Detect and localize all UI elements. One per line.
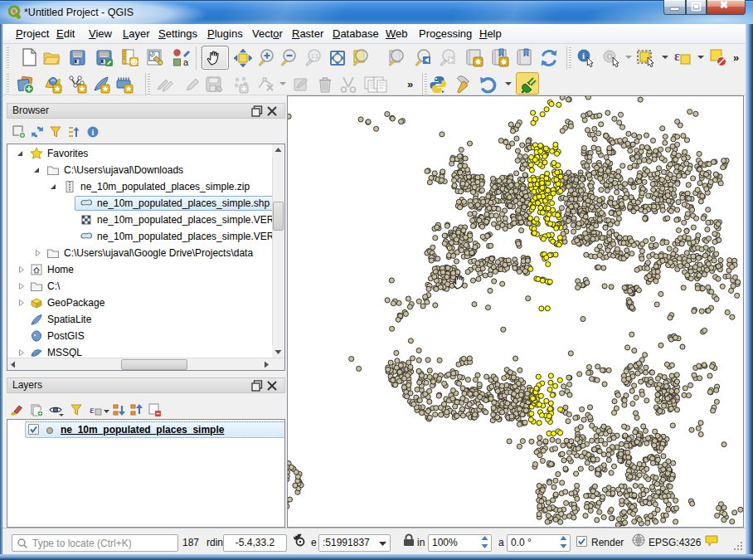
svg-text:ε: ε	[90, 403, 95, 416]
svg-text:a: a	[183, 57, 189, 67]
svg-text:i: i	[92, 128, 95, 137]
svg-text:ε: ε	[674, 49, 680, 63]
svg-text:1:1: 1:1	[311, 53, 318, 59]
svg-text:i: i	[582, 51, 585, 61]
